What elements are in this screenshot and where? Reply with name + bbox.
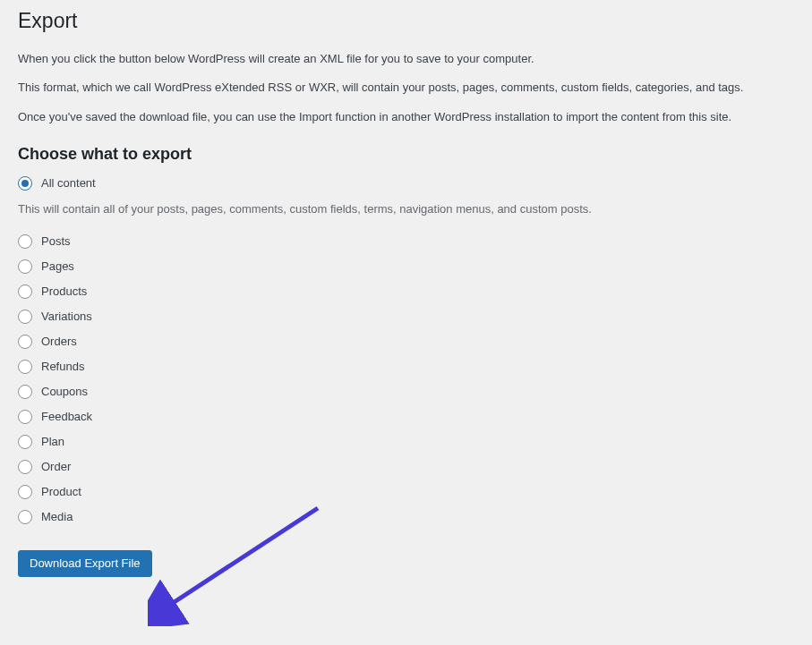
option-order[interactable]: Order [18,457,794,477]
label-variations: Variations [41,310,92,323]
radio-posts[interactable] [18,234,32,249]
radio-pages[interactable] [18,259,32,274]
label-all-content: All content [41,176,96,190]
option-refunds[interactable]: Refunds [18,357,794,377]
label-pages: Pages [41,259,74,273]
intro-paragraph-3: Once you've saved the download file, you… [18,108,794,126]
option-product[interactable]: Product [18,482,794,502]
option-coupons[interactable]: Coupons [18,382,794,402]
download-export-button[interactable]: Download Export File [18,550,152,577]
radio-product[interactable] [18,485,32,499]
label-plan: Plan [41,435,64,448]
radio-coupons[interactable] [18,385,32,399]
radio-variations[interactable] [18,310,32,324]
radio-orders[interactable] [18,335,32,349]
label-product: Product [41,485,81,498]
radio-all-content[interactable] [18,176,32,191]
option-products[interactable]: Products [18,282,794,301]
page-title: Export [18,0,794,38]
option-media[interactable]: Media [18,507,794,527]
radio-products[interactable] [18,284,32,299]
intro-paragraph-2: This format, which we call WordPress eXt… [18,79,794,97]
radio-feedback[interactable] [18,410,32,424]
radio-order[interactable] [18,460,32,474]
label-feedback: Feedback [41,410,92,423]
radio-refunds[interactable] [18,360,32,374]
option-all-content[interactable]: All content [18,174,794,193]
section-heading: Choose what to export [18,145,794,164]
option-variations[interactable]: Variations [18,307,794,327]
label-orders: Orders [41,335,77,348]
label-products: Products [41,284,87,298]
radio-media[interactable] [18,510,32,524]
radio-plan[interactable] [18,435,32,449]
label-refunds: Refunds [41,360,84,373]
intro-paragraph-1: When you click the button below WordPres… [18,50,794,68]
all-content-description: This will contain all of your posts, pag… [18,200,794,218]
option-feedback[interactable]: Feedback [18,407,794,427]
option-pages[interactable]: Pages [18,257,794,276]
label-coupons: Coupons [41,385,88,398]
label-media: Media [41,510,73,523]
label-posts: Posts [41,234,71,248]
label-order: Order [41,460,71,473]
option-plan[interactable]: Plan [18,432,794,452]
option-posts[interactable]: Posts [18,232,794,251]
option-orders[interactable]: Orders [18,332,794,352]
